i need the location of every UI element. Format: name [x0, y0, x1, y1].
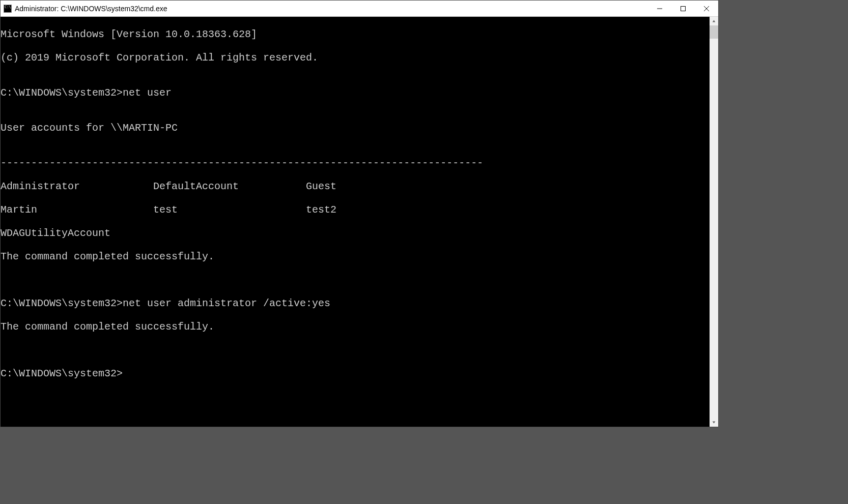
console-line: The command completed successfully. [1, 251, 710, 262]
chevron-up-icon [712, 19, 716, 23]
close-button[interactable] [695, 1, 718, 16]
minimize-button[interactable] [648, 1, 671, 16]
scroll-down-button[interactable] [710, 418, 718, 427]
titlebar[interactable]: Administrator: C:\WINDOWS\system32\cmd.e… [1, 1, 718, 17]
close-icon [704, 6, 709, 11]
console-prompt: C:\WINDOWS\system32> [1, 368, 710, 379]
svg-rect-1 [681, 6, 686, 11]
window-controls [648, 1, 718, 16]
console-line: ----------------------------------------… [1, 157, 710, 169]
console-line: Martin test test2 [1, 204, 710, 216]
console-line: The command completed successfully. [1, 321, 710, 333]
client-area: Microsoft Windows [Version 10.0.18363.62… [1, 17, 718, 427]
minimize-icon [657, 6, 662, 11]
console-prompt: C:\WINDOWS\system32>net user [1, 87, 710, 99]
console-line: User accounts for \\MARTIN-PC [1, 122, 710, 134]
console-line: (c) 2019 Microsoft Corporation. All righ… [1, 52, 710, 64]
scroll-up-button[interactable] [710, 17, 718, 25]
console-prompt: C:\WINDOWS\system32>net user administrat… [1, 298, 710, 309]
cmd-window: Administrator: C:\WINDOWS\system32\cmd.e… [0, 0, 719, 427]
cmd-icon [4, 5, 12, 13]
console-line: WDAGUtilityAccount [1, 227, 710, 239]
console-line: Microsoft Windows [Version 10.0.18363.62… [1, 28, 710, 40]
console-line: Administrator DefaultAccount Guest [1, 181, 710, 192]
maximize-icon [681, 6, 686, 11]
chevron-down-icon [712, 421, 716, 424]
scroll-thumb[interactable] [710, 25, 718, 39]
vertical-scrollbar[interactable] [710, 17, 718, 427]
maximize-button[interactable] [671, 1, 695, 16]
svg-marker-5 [713, 421, 716, 423]
console-output[interactable]: Microsoft Windows [Version 10.0.18363.62… [1, 17, 710, 427]
svg-marker-4 [713, 20, 716, 22]
scroll-track[interactable] [710, 25, 718, 418]
window-title: Administrator: C:\WINDOWS\system32\cmd.e… [15, 5, 648, 13]
